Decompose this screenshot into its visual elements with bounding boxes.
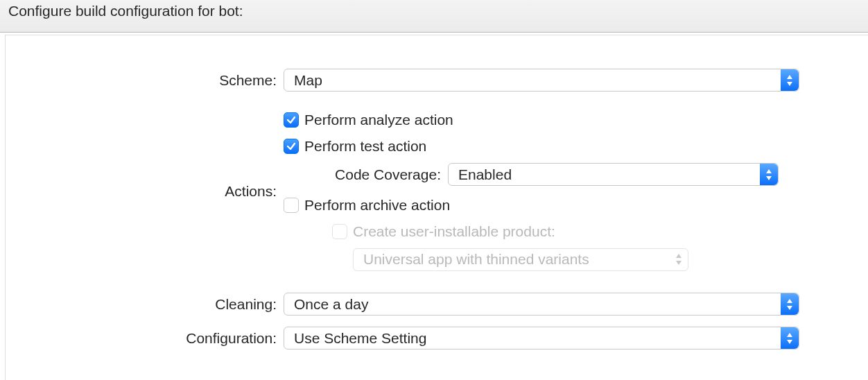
installable-variant-row: Universal app with thinned variants [284, 247, 799, 272]
row-actions: Actions: Perform analyze action Perform … [6, 110, 868, 272]
configuration-label: Configuration: [6, 330, 284, 347]
header-title: Configure build configuration for bot: [8, 3, 243, 19]
header-bar: Configure build configuration for bot: [0, 0, 868, 33]
analyze-checkbox[interactable] [284, 112, 299, 128]
installable-checkbox [332, 224, 347, 239]
cleaning-label: Cleaning: [6, 296, 284, 313]
action-analyze-row: Perform analyze action [284, 110, 799, 130]
stepper-icon [760, 164, 778, 185]
code-coverage-value: Enabled [448, 163, 779, 186]
archive-checkbox[interactable] [284, 198, 299, 213]
action-installable-row: Create user-installable product: [284, 222, 799, 241]
action-archive-row: Perform archive action [284, 196, 799, 215]
scheme-select-value: Map [284, 69, 799, 92]
archive-label: Perform archive action [304, 197, 450, 214]
test-label: Perform test action [304, 138, 426, 155]
row-cleaning: Cleaning: Once a day [6, 293, 868, 316]
cleaning-value: Once a day [284, 293, 799, 316]
cleaning-select[interactable]: Once a day [284, 293, 799, 316]
test-checkbox[interactable] [284, 139, 299, 154]
row-scheme: Scheme: Map [6, 69, 868, 92]
code-coverage-label: Code Coverage: [284, 166, 448, 183]
stepper-icon [781, 293, 799, 315]
row-configuration: Configuration: Use Scheme Setting [6, 327, 868, 349]
installable-label: Create user-installable product: [353, 223, 555, 240]
config-panel: Scheme: Map Actions: Perform analyze act… [5, 35, 868, 380]
row-code-coverage: Code Coverage: Enabled [284, 163, 799, 186]
stepper-icon [670, 249, 688, 270]
scheme-select[interactable]: Map [284, 69, 799, 92]
stepper-icon [781, 69, 799, 91]
configuration-value: Use Scheme Setting [284, 327, 799, 349]
action-test-row: Perform test action [284, 137, 799, 156]
analyze-label: Perform analyze action [304, 112, 453, 128]
stepper-icon [781, 327, 799, 349]
installable-variant-value: Universal app with thinned variants [353, 248, 688, 271]
code-coverage-select[interactable]: Enabled [448, 163, 779, 186]
actions-label: Actions: [6, 183, 284, 200]
configuration-select[interactable]: Use Scheme Setting [284, 327, 799, 349]
installable-variant-select: Universal app with thinned variants [353, 248, 688, 271]
scheme-label: Scheme: [6, 72, 284, 89]
